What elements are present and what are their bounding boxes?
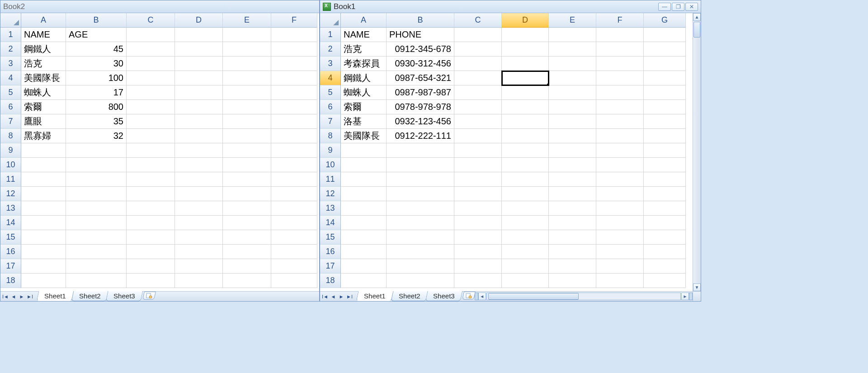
cell-E4[interactable]: [223, 71, 271, 85]
cell-A16[interactable]: [341, 245, 387, 259]
cell-E3[interactable]: [549, 57, 596, 71]
cell-F11[interactable]: [271, 172, 317, 187]
cell-A4[interactable]: 美國隊長: [21, 71, 66, 85]
cell-F10[interactable]: [271, 158, 317, 172]
cell-C9[interactable]: [454, 143, 502, 158]
cell-B2[interactable]: 0912-345-678: [387, 42, 454, 57]
cell-F9[interactable]: [596, 143, 644, 158]
titlebar-book2[interactable]: Book2: [0, 0, 319, 13]
cell-E11[interactable]: [549, 172, 596, 187]
cell-F7[interactable]: [271, 114, 317, 129]
cell-E15[interactable]: [223, 230, 271, 245]
cell-C18[interactable]: [454, 274, 502, 288]
cell-C17[interactable]: [127, 259, 175, 274]
cell-F5[interactable]: [596, 85, 644, 100]
row-header-18[interactable]: 18: [320, 274, 341, 288]
cell-F14[interactable]: [596, 216, 644, 230]
cell-E18[interactable]: [223, 274, 271, 288]
cell-F13[interactable]: [271, 201, 317, 216]
cell-C5[interactable]: [454, 85, 502, 100]
cell-D3[interactable]: [175, 57, 223, 71]
cell-D4[interactable]: [502, 71, 549, 85]
column-header-A[interactable]: A: [341, 13, 387, 28]
cell-B9[interactable]: [387, 143, 454, 158]
cell-A14[interactable]: [341, 216, 387, 230]
cell-C13[interactable]: [454, 201, 502, 216]
cell-D7[interactable]: [502, 114, 549, 129]
column-header-F[interactable]: F: [596, 13, 644, 28]
cell-G13[interactable]: [644, 201, 686, 216]
cell-F14[interactable]: [271, 216, 317, 230]
cell-A15[interactable]: [21, 230, 66, 245]
row-header-12[interactable]: 12: [0, 187, 21, 201]
cell-D2[interactable]: [175, 42, 223, 57]
cell-E1[interactable]: [549, 28, 596, 42]
cell-C1[interactable]: [127, 28, 175, 42]
cell-A3[interactable]: 考森探員: [341, 57, 387, 71]
cell-A8[interactable]: 黑寡婦: [21, 129, 66, 143]
cell-B4[interactable]: 0987-654-321: [387, 71, 454, 85]
cell-D14[interactable]: [175, 216, 223, 230]
cell-D14[interactable]: [502, 216, 549, 230]
cell-B7[interactable]: 0932-123-456: [387, 114, 454, 129]
cell-B11[interactable]: [387, 172, 454, 187]
scroll-up-icon[interactable]: ▲: [693, 13, 701, 21]
cell-D3[interactable]: [502, 57, 549, 71]
row-header-13[interactable]: 13: [320, 201, 341, 216]
row-header-7[interactable]: 7: [0, 114, 21, 129]
cell-E12[interactable]: [549, 187, 596, 201]
cell-C2[interactable]: [127, 42, 175, 57]
column-header-D[interactable]: D: [502, 13, 549, 28]
cell-E3[interactable]: [223, 57, 271, 71]
cell-C9[interactable]: [127, 143, 175, 158]
cell-A12[interactable]: [341, 187, 387, 201]
cell-B12[interactable]: [66, 187, 127, 201]
row-header-2[interactable]: 2: [320, 42, 341, 57]
cell-G17[interactable]: [644, 259, 686, 274]
cell-D5[interactable]: [502, 85, 549, 100]
cell-B6[interactable]: 800: [66, 100, 127, 114]
cell-F10[interactable]: [596, 158, 644, 172]
column-header-C[interactable]: C: [127, 13, 175, 28]
cell-C15[interactable]: [454, 230, 502, 245]
cell-B17[interactable]: [66, 259, 127, 274]
cell-D11[interactable]: [502, 172, 549, 187]
cell-C4[interactable]: [454, 71, 502, 85]
cell-F2[interactable]: [271, 42, 317, 57]
cell-C8[interactable]: [127, 129, 175, 143]
row-header-3[interactable]: 3: [0, 57, 21, 71]
cell-E13[interactable]: [223, 201, 271, 216]
cell-G12[interactable]: [644, 187, 686, 201]
cell-C1[interactable]: [454, 28, 502, 42]
cell-E9[interactable]: [223, 143, 271, 158]
sheet-tab-sheet1[interactable]: Sheet1: [37, 291, 74, 301]
sheet-nav-prev-icon[interactable]: ◄: [9, 293, 18, 301]
cell-E2[interactable]: [223, 42, 271, 57]
row-header-10[interactable]: 10: [0, 158, 21, 172]
cell-F4[interactable]: [271, 71, 317, 85]
maximize-button[interactable]: ❐: [672, 3, 684, 11]
cell-B3[interactable]: 0930-312-456: [387, 57, 454, 71]
cell-D12[interactable]: [175, 187, 223, 201]
cell-G16[interactable]: [644, 245, 686, 259]
cell-E18[interactable]: [549, 274, 596, 288]
cell-D1[interactable]: [502, 28, 549, 42]
hscroll-track[interactable]: [486, 293, 681, 300]
cell-G7[interactable]: [644, 114, 686, 129]
row-header-17[interactable]: 17: [0, 259, 21, 274]
cell-A7[interactable]: 洛基: [341, 114, 387, 129]
row-header-18[interactable]: 18: [0, 274, 21, 288]
cell-B13[interactable]: [387, 201, 454, 216]
row-header-11[interactable]: 11: [0, 172, 21, 187]
cell-D15[interactable]: [502, 230, 549, 245]
row-header-16[interactable]: 16: [320, 245, 341, 259]
cell-A4[interactable]: 鋼鐵人: [341, 71, 387, 85]
column-header-A[interactable]: A: [21, 13, 66, 28]
cell-E9[interactable]: [549, 143, 596, 158]
cell-A8[interactable]: 美國隊長: [341, 129, 387, 143]
cell-B18[interactable]: [387, 274, 454, 288]
cell-C16[interactable]: [127, 245, 175, 259]
cell-F15[interactable]: [271, 230, 317, 245]
sheet-tab-sheet1[interactable]: Sheet1: [356, 291, 393, 301]
cell-B7[interactable]: 35: [66, 114, 127, 129]
